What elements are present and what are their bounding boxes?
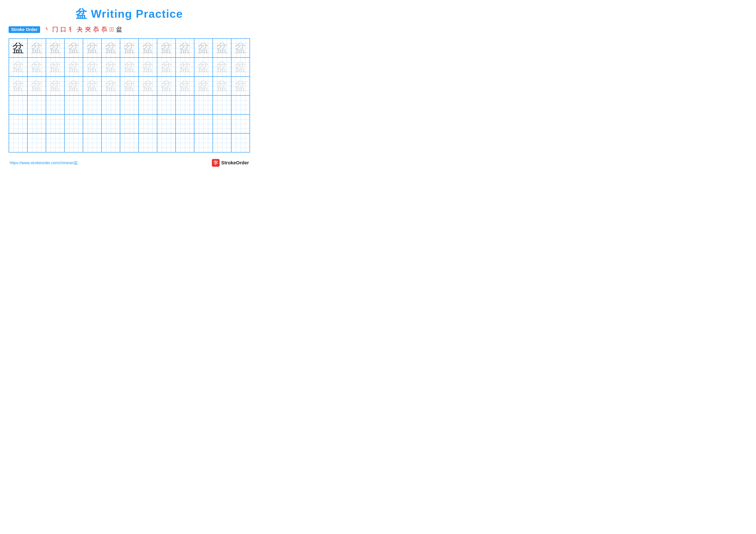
grid-cell[interactable]: 盆 [213, 39, 231, 57]
grid-cell[interactable] [83, 114, 102, 133]
grid-cell[interactable]: 盆 [213, 77, 231, 95]
cell-char: 盆 [68, 42, 80, 54]
page-title: 盆 Writing Practice [9, 7, 250, 21]
grid-cell[interactable]: 盆 [139, 58, 157, 76]
grid-cell[interactable]: 盆 [65, 39, 83, 57]
brand-name: StrokeOrder [221, 160, 249, 165]
cell-char: 盆 [105, 42, 117, 54]
grid-cell[interactable]: 盆 [83, 77, 102, 95]
grid-cell[interactable]: 盆 [157, 39, 176, 57]
grid-cell[interactable] [194, 96, 213, 114]
grid-cell[interactable] [139, 96, 157, 114]
grid-cell[interactable]: 盆 [120, 58, 139, 76]
grid-cell[interactable] [83, 134, 102, 152]
grid-cell[interactable] [28, 114, 46, 133]
cell-char: 盆 [161, 61, 172, 73]
grid-cell[interactable] [157, 134, 176, 152]
grid-cell[interactable] [28, 96, 46, 114]
cell-char: 盆 [198, 61, 209, 73]
grid-cell[interactable]: 盆 [46, 39, 65, 57]
grid-cell[interactable]: 盆 [139, 39, 157, 57]
grid-cell[interactable]: 盆 [102, 58, 120, 76]
grid-cell[interactable] [46, 96, 65, 114]
grid-cell[interactable]: 盆 [65, 58, 83, 76]
cell-char: 盆 [142, 42, 154, 54]
grid-cell[interactable] [28, 134, 46, 152]
cell-char: 盆 [235, 61, 246, 73]
grid-cell[interactable]: 盆 [9, 58, 28, 76]
grid-cell[interactable]: 盆 [176, 39, 194, 57]
grid-cell[interactable] [231, 96, 250, 114]
grid-cell[interactable]: 盆 [46, 58, 65, 76]
grid-cell[interactable]: 盆 [194, 77, 213, 95]
grid-cell[interactable] [139, 134, 157, 152]
grid-cell[interactable] [213, 96, 231, 114]
grid-cell[interactable] [213, 134, 231, 152]
grid-cell[interactable]: 盆 [102, 39, 120, 57]
grid-cell[interactable] [9, 134, 28, 152]
character-display: 盆 [76, 8, 87, 20]
grid-cell[interactable]: 盆 [231, 77, 250, 95]
grid-cell[interactable]: 盆 [120, 77, 139, 95]
stroke-order-badge: Stroke Order [9, 26, 40, 33]
grid-cell[interactable]: 盆 [120, 39, 139, 57]
grid-cell[interactable] [9, 114, 28, 133]
grid-cell[interactable]: 盆 [9, 39, 28, 57]
grid-cell[interactable]: 盆 [46, 77, 65, 95]
brand-icon: 字 [212, 159, 220, 167]
grid-cell[interactable] [176, 114, 194, 133]
grid-cell[interactable] [157, 114, 176, 133]
grid-cell[interactable]: 盆 [83, 58, 102, 76]
grid-cell[interactable]: 盆 [176, 58, 194, 76]
grid-cell[interactable] [102, 114, 120, 133]
cell-char: 盆 [123, 61, 135, 73]
grid-cell[interactable]: 盆 [102, 77, 120, 95]
grid-cell[interactable]: 盆 [28, 58, 46, 76]
grid-cell[interactable]: 盆 [28, 39, 46, 57]
grid-cell[interactable] [120, 134, 139, 152]
grid-cell[interactable] [157, 96, 176, 114]
stroke-order-chars: 丶 冂 口 丬 夬 夾 忝 忝 盆̀ 盆 [44, 25, 122, 34]
stroke-order-row: Stroke Order 丶 冂 口 丬 夬 夾 忝 忝 盆̀ 盆 [9, 25, 250, 34]
grid-cell[interactable] [213, 114, 231, 133]
grid-cell[interactable]: 盆 [83, 39, 102, 57]
grid-cell[interactable]: 盆 [231, 39, 250, 57]
grid-cell[interactable]: 盆 [157, 58, 176, 76]
grid-cell[interactable]: 盆 [65, 77, 83, 95]
grid-cell[interactable] [194, 134, 213, 152]
cell-char: 盆 [235, 80, 246, 92]
cell-char: 盆 [216, 80, 228, 92]
grid-cell[interactable] [46, 134, 65, 152]
grid-cell[interactable] [102, 96, 120, 114]
grid-cell[interactable]: 盆 [157, 77, 176, 95]
grid-cell[interactable]: 盆 [176, 77, 194, 95]
grid-cell[interactable]: 盆 [194, 58, 213, 76]
grid-cell[interactable] [176, 96, 194, 114]
grid-cell[interactable] [65, 134, 83, 152]
grid-cell[interactable] [46, 114, 65, 133]
grid-cell[interactable] [120, 114, 139, 133]
footer-url[interactable]: https://www.strokeorder.com/chinese/盆 [10, 160, 78, 165]
grid-cell[interactable] [102, 134, 120, 152]
grid-cell[interactable] [176, 134, 194, 152]
grid-cell[interactable] [231, 114, 250, 133]
grid-cell[interactable] [65, 114, 83, 133]
grid-cell[interactable]: 盆 [28, 77, 46, 95]
grid-cell[interactable] [83, 96, 102, 114]
grid-cell[interactable]: 盆 [139, 77, 157, 95]
grid-row [9, 134, 250, 152]
grid-cell[interactable] [139, 114, 157, 133]
grid-cell[interactable] [9, 96, 28, 114]
grid-cell[interactable] [194, 114, 213, 133]
cell-char: 盆 [123, 80, 135, 92]
grid-cell[interactable]: 盆 [213, 58, 231, 76]
grid-cell[interactable] [231, 134, 250, 152]
grid-row [9, 96, 250, 114]
grid-cell[interactable]: 盆 [9, 77, 28, 95]
grid-cell[interactable] [120, 96, 139, 114]
footer: https://www.strokeorder.com/chinese/盆 字 … [9, 159, 250, 167]
grid-cell[interactable] [65, 96, 83, 114]
grid-cell[interactable]: 盆 [194, 39, 213, 57]
cell-char: 盆 [142, 80, 154, 92]
grid-cell[interactable]: 盆 [231, 58, 250, 76]
